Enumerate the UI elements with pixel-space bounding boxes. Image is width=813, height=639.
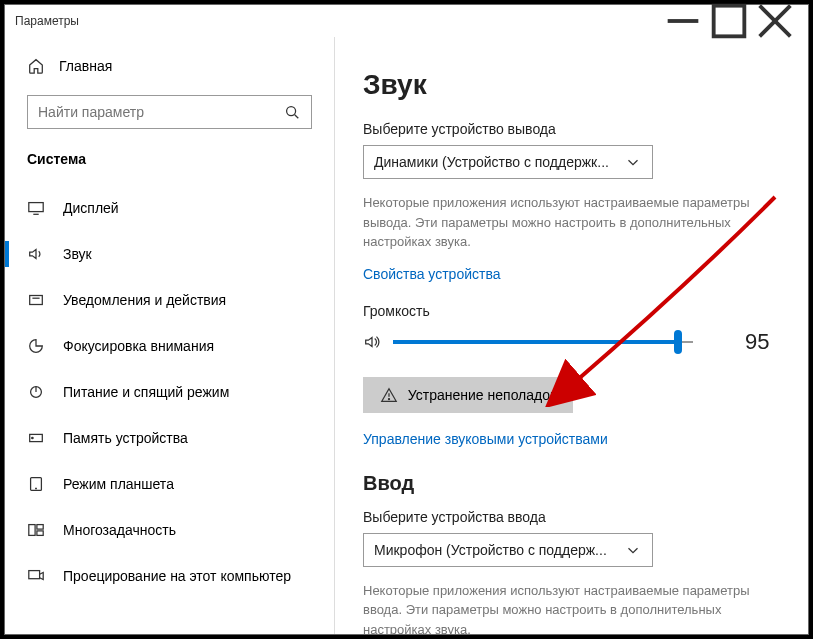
nav-multitask[interactable]: Многозадачность (5, 507, 334, 553)
nav-label: Питание и спящий режим (63, 384, 229, 400)
home-label: Главная (59, 58, 112, 74)
output-device-value: Динамики (Устройство с поддержк... (374, 154, 609, 170)
nav-label: Проецирование на этот компьютер (63, 568, 291, 584)
output-device-dropdown[interactable]: Динамики (Устройство с поддержк... (363, 145, 653, 179)
nav-tablet[interactable]: Режим планшета (5, 461, 334, 507)
nav-power[interactable]: Питание и спящий режим (5, 369, 334, 415)
input-heading: Ввод (363, 472, 780, 495)
troubleshoot-button[interactable]: Устранение неполадок (363, 377, 573, 413)
device-properties-link[interactable]: Свойства устройства (363, 266, 501, 282)
maximize-button[interactable] (706, 5, 752, 37)
nav-list: Дисплей Звук Уведомления и действия Фоку… (5, 185, 334, 599)
search-icon (283, 103, 301, 121)
multitask-icon (27, 521, 45, 539)
nav-notifications[interactable]: Уведомления и действия (5, 277, 334, 323)
notifications-icon (27, 291, 45, 309)
tablet-icon (27, 475, 45, 493)
svg-point-21 (388, 398, 389, 399)
input-device-dropdown[interactable]: Микрофон (Устройство с поддерж... (363, 533, 653, 567)
category-heading: Система (5, 145, 334, 179)
window-title: Параметры (15, 14, 79, 28)
input-description: Некоторые приложения используют настраив… (363, 581, 780, 635)
nav-label: Память устройства (63, 430, 188, 446)
svg-point-13 (32, 437, 33, 438)
nav-label: Звук (63, 246, 92, 262)
svg-line-5 (295, 115, 299, 119)
home-icon (27, 57, 45, 75)
content-pane: Звук Выберите устройство вывода Динамики… (335, 37, 808, 634)
page-heading: Звук (363, 69, 780, 101)
search-box[interactable] (27, 95, 312, 129)
nav-label: Фокусировка внимания (63, 338, 214, 354)
search-input[interactable] (38, 104, 283, 120)
svg-rect-8 (30, 296, 43, 305)
close-button[interactable] (752, 5, 798, 37)
svg-rect-1 (714, 6, 745, 37)
nav-sound[interactable]: Звук (5, 231, 334, 277)
svg-point-4 (287, 107, 296, 116)
display-icon (27, 199, 45, 217)
volume-icon (363, 333, 381, 351)
volume-label: Громкость (363, 303, 780, 319)
nav-display[interactable]: Дисплей (5, 185, 334, 231)
manage-devices-link[interactable]: Управление звуковыми устройствами (363, 431, 608, 447)
svg-rect-16 (29, 525, 35, 536)
nav-storage[interactable]: Память устройства (5, 415, 334, 461)
input-device-value: Микрофон (Устройство с поддерж... (374, 542, 607, 558)
svg-rect-17 (37, 525, 43, 530)
warning-icon (380, 386, 398, 404)
input-label: Выберите устройства ввода (363, 509, 780, 525)
troubleshoot-label: Устранение неполадок (408, 387, 556, 403)
nav-focus[interactable]: Фокусировка внимания (5, 323, 334, 369)
chevron-down-icon (624, 153, 642, 171)
nav-label: Режим планшета (63, 476, 174, 492)
nav-projecting[interactable]: Проецирование на этот компьютер (5, 553, 334, 599)
titlebar: Параметры (5, 5, 808, 37)
chevron-down-icon (624, 541, 642, 559)
projecting-icon (27, 567, 45, 585)
home-link[interactable]: Главная (5, 49, 334, 83)
sidebar: Главная Система Дисплей Звук Уведомлени (5, 37, 335, 634)
minimize-button[interactable] (660, 5, 706, 37)
output-description: Некоторые приложения используют настраив… (363, 193, 780, 252)
nav-label: Дисплей (63, 200, 119, 216)
output-label: Выберите устройство вывода (363, 121, 780, 137)
svg-rect-19 (29, 571, 40, 579)
focus-icon (27, 337, 45, 355)
settings-window: Параметры Главная Система Дисплей (4, 4, 809, 635)
power-icon (27, 383, 45, 401)
sound-icon (27, 245, 45, 263)
volume-value: 95 (745, 329, 769, 355)
svg-rect-6 (29, 203, 43, 212)
volume-slider[interactable] (393, 330, 693, 354)
nav-label: Уведомления и действия (63, 292, 226, 308)
storage-icon (27, 429, 45, 447)
nav-label: Многозадачность (63, 522, 176, 538)
svg-rect-18 (37, 531, 43, 536)
